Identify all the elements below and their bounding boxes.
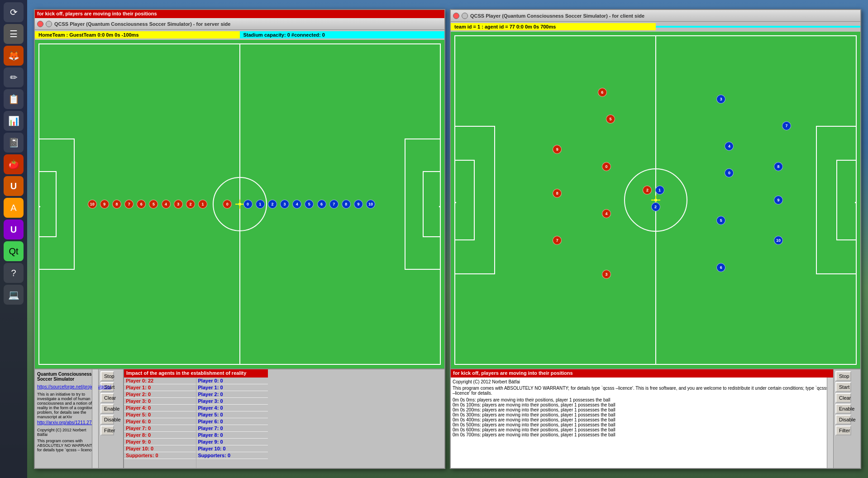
server-status-right: Stadium capacity: 0 #connected: 0 — [240, 31, 445, 38]
server-p9-col2: Player 9: 0 — [196, 439, 268, 445]
client-stop-button[interactable]: Stop — [835, 371, 851, 381]
server-controls-inner: Quantum Consciousness Soccer Simulator h… — [35, 369, 98, 468]
server-warranty: This program comes with ABSOLUTELY NO WA… — [37, 439, 96, 452]
client-log-500ms: 0m 0s 500ms: players are moving into the… — [453, 422, 831, 427]
right-marker: • — [439, 204, 440, 209]
taskbar-icon-qt[interactable]: Qt — [4, 241, 24, 261]
taskbar-icon-terminal[interactable]: 💻 — [4, 285, 24, 305]
server-app-name: Quantum Consciousness Soccer Simulator — [37, 372, 96, 382]
client-blue-5: 5 — [716, 216, 725, 225]
client-log-100ms: 0m 0s 100ms: players are moving into the… — [453, 402, 831, 407]
server-p1-col2: Player 1: 0 — [196, 384, 268, 391]
server-players-panel: Impact of the agents in the establishmen… — [123, 369, 268, 468]
server-p4-col1: Player 4: 0 — [124, 405, 196, 411]
server-red-5: 5 — [149, 200, 158, 209]
server-message-bar: for kick off, players are moving into th… — [35, 10, 444, 18]
client-status-right — [656, 26, 861, 28]
windows-area: QCSS Player (Quantum Consciousness Socce… — [27, 0, 868, 478]
server-window: QCSS Player (Quantum Consciousness Socce… — [34, 9, 445, 469]
server-p7-col2: Player 7: 0 — [196, 425, 268, 432]
server-sourceforge-link[interactable]: https://sourceforge.net/projects/qcss/ — [37, 384, 96, 389]
client-disable-button[interactable]: Disable — [835, 415, 851, 425]
right-goal-small — [423, 171, 441, 237]
client-center-dot — [654, 199, 657, 201]
server-red-2: 2 — [186, 200, 195, 209]
server-players-col2: Player 0: 0 Player 1: 0 Player 2: 0 Play… — [196, 378, 268, 468]
server-p2-col1: Player 2: 0 — [124, 391, 196, 398]
client-statusbar: team id = 1 : agent id = 77 0:0 0m 0s 70… — [451, 22, 860, 32]
client-blue-7: 7 — [782, 121, 791, 130]
server-supporters-col1: Supporters: 0 — [124, 452, 196, 459]
taskbar-icon-1[interactable]: ⟳ — [4, 2, 24, 22]
client-log-content: Copyright (C) 2012 Norbert Bátfai This p… — [451, 378, 833, 468]
client-log-400ms: 0m 0s 400ms: players are moving into the… — [453, 417, 831, 422]
server-red-10: 10 — [88, 200, 97, 209]
taskbar-icon-u2[interactable]: U — [4, 220, 24, 239]
server-soccer-field: 10 9 8 7 6 5 4 3 2 1 0 0 1 2 3 4 5 6 7 8… — [35, 40, 444, 368]
server-red-0: 0 — [223, 200, 232, 209]
client-log-scrollbar[interactable] — [827, 378, 833, 468]
taskbar: ⟳ ☰ 🦊 ✏ 📋 📊 📓 🍅 U A U Qt ? 💻 — [0, 0, 27, 478]
server-blue-4: 4 — [292, 200, 301, 209]
server-window-title: QCSS Player (Quantum Consciousness Socce… — [54, 21, 230, 27]
server-p5-col1: Player 5: 0 — [124, 411, 196, 418]
client-enable-button[interactable]: Enable — [835, 404, 851, 414]
client-blue-4: 4 — [725, 142, 734, 151]
center-dot — [238, 203, 241, 206]
taskbar-icon-help[interactable]: ? — [4, 263, 24, 283]
taskbar-icon-tomato[interactable]: 🍅 — [4, 154, 24, 174]
taskbar-icon-notebook[interactable]: 📓 — [4, 133, 24, 153]
client-red-8: 8 — [553, 189, 562, 198]
server-info-text: This is an initiative to try to investig… — [37, 392, 96, 419]
client-red-0-left: 0 — [602, 162, 611, 171]
client-left-goal-small — [454, 160, 475, 241]
server-blue-2: 2 — [268, 200, 277, 209]
taskbar-icon-amazon[interactable]: A — [4, 198, 24, 218]
client-log-300ms: 0m 0s 300ms: players are moving into the… — [453, 412, 831, 417]
server-blue-10: 10 — [366, 200, 375, 209]
server-p9-col1: Player 9: 0 — [124, 439, 196, 445]
server-close-button[interactable] — [37, 21, 43, 27]
taskbar-icon-2[interactable]: ☰ — [4, 24, 24, 44]
server-blue-7: 7 — [329, 200, 339, 209]
taskbar-icon-spreadsheet[interactable]: 📊 — [4, 111, 24, 131]
server-filter-button[interactable]: Filter — [100, 425, 114, 435]
left-marker: • — [39, 204, 41, 209]
client-close-button[interactable] — [453, 13, 459, 19]
client-min-button[interactable] — [462, 13, 468, 19]
client-message-bar: for kick off, players are moving into th… — [451, 369, 833, 378]
server-red-1: 1 — [198, 200, 207, 209]
client-soccer-field: 6 5 9 0 8 4 7 3 2 1 2 3 7 4 8 0 9 5 6 10 — [451, 32, 860, 368]
taskbar-icon-edit[interactable]: ✏ — [4, 67, 24, 87]
server-disable-button[interactable]: Disable — [100, 415, 114, 425]
client-filter-button[interactable]: Filter — [835, 425, 851, 435]
server-players-header: Impact of the agents in the establishmen… — [124, 369, 268, 378]
server-red-6: 6 — [137, 200, 146, 209]
client-blue-1: 1 — [655, 186, 664, 195]
client-blue-9: 9 — [774, 196, 783, 205]
client-left-marker: • — [455, 200, 457, 205]
client-log-200ms: 0m 0s 200ms: players are moving into the… — [453, 407, 831, 412]
left-goal-small — [38, 171, 57, 237]
client-clear-button[interactable]: Clear — [835, 393, 851, 403]
server-arxiv-link[interactable]: http://arxiv.org/abs/1211.2719 — [37, 420, 96, 425]
server-p0-col1: Player 0: 22 — [124, 378, 196, 384]
client-blue-2-center: 2 — [651, 202, 660, 211]
client-log-700ms: 0m 0s 700ms: players are moving into the… — [453, 432, 831, 437]
server-enable-button[interactable]: Enable — [100, 404, 114, 414]
server-p6-col2: Player 6: 0 — [196, 418, 268, 425]
client-red-6: 6 — [598, 88, 607, 97]
taskbar-icon-u1[interactable]: U — [4, 176, 24, 196]
taskbar-icon-firefox[interactable]: 🦊 — [4, 46, 24, 66]
server-stop-button[interactable]: Stop — [100, 371, 114, 381]
client-start-button[interactable]: Start — [835, 382, 851, 392]
server-p6-col1: Player 6: 0 — [124, 418, 196, 425]
server-p8-col1: Player 8: 0 — [124, 432, 196, 439]
client-blue-8: 8 — [774, 162, 783, 171]
client-log-panel: for kick off, players are moving into th… — [451, 369, 833, 468]
server-controls-scrollbar[interactable] — [92, 369, 98, 468]
taskbar-icon-notes[interactable]: 📋 — [4, 89, 24, 109]
server-clear-button[interactable]: Clear — [100, 393, 114, 403]
server-p10-col1: Player 10: 0 — [124, 445, 196, 452]
server-min-button[interactable] — [46, 21, 52, 27]
